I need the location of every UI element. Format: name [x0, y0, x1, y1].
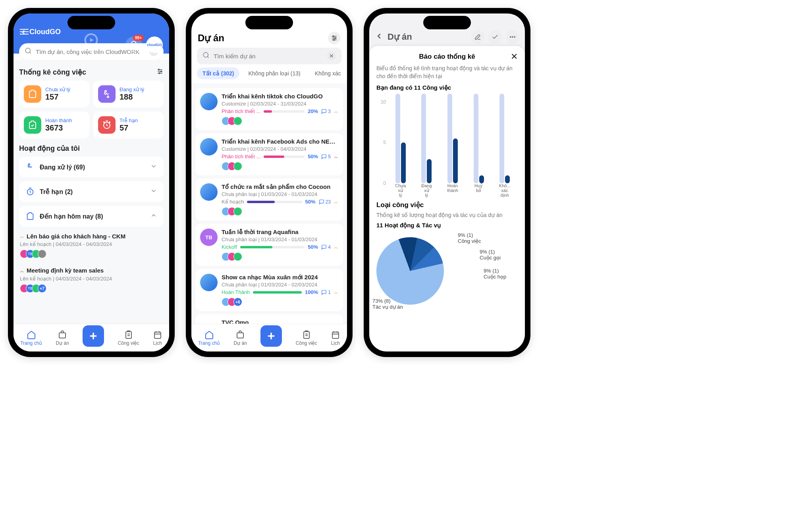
project-card[interactable]: Triển khai kênh tiktok cho CloudGOCustom…	[195, 88, 343, 130]
tab-label: Trang chủ	[20, 340, 42, 346]
stat-card[interactable]: Chưa xử lý157	[19, 81, 89, 108]
assignees	[222, 207, 338, 216]
activity-icon	[25, 211, 35, 221]
screen-home: CloudGO CLOUDWORK 99+ cloudGO	[8, 8, 175, 357]
project-card[interactable]: Tổ chức ra mắt sản phẩm cho CocoonChưa p…	[195, 179, 343, 221]
comment-count: 4	[321, 244, 331, 250]
check-icon[interactable]	[488, 30, 502, 44]
more-icon[interactable]	[506, 30, 519, 44]
comment-count: 5	[321, 154, 331, 159]
task-title: Lên báo giá cho khách hàng - CKM	[27, 233, 125, 240]
comment-count: 3	[321, 109, 331, 114]
task-row[interactable]: ︽Lên báo giá cho khách hàng - CKMLên kế …	[19, 230, 164, 261]
project-title: Triển khai kênh tiktok cho CloudGO	[222, 93, 338, 100]
notification-button[interactable]: 99+	[125, 36, 142, 53]
search-field[interactable]	[214, 53, 323, 60]
tab-home[interactable]: Trang chủ	[20, 330, 42, 346]
project-meta: Customize | 02/03/2024 - 04/03/2024	[222, 146, 338, 152]
filter-button[interactable]	[328, 32, 341, 44]
tab-cal[interactable]: Lịch	[153, 330, 162, 346]
stat-card[interactable]: Đang xử lý188	[93, 81, 164, 108]
stats-title: Thống kê công việc	[19, 68, 86, 77]
report-sheet: Báo cáo thống kê ✕ Biểu đồ thống kê tình…	[369, 46, 525, 351]
notif-badge: 99+	[133, 35, 144, 41]
progress-bar	[264, 110, 305, 113]
page-title: Dự án	[388, 32, 467, 42]
tab-bag[interactable]: Dự án	[234, 330, 247, 346]
bar-chart: 0510 ChưaxửlýĐangxửlýHoànthànhHuỷbỏKhô..…	[376, 94, 518, 197]
tab-bag[interactable]: Dự án	[56, 330, 69, 346]
activity-icon	[25, 187, 35, 196]
tab-label: Dự án	[234, 340, 247, 346]
assignees: +6	[222, 298, 338, 306]
chevron-icon	[150, 163, 157, 171]
tab-clip[interactable]: Công việc	[118, 330, 139, 346]
activity-item[interactable]: Đang xử lý (69)	[19, 157, 164, 177]
bar-label: Chưaxửlý	[390, 183, 411, 197]
add-button[interactable]	[83, 325, 104, 347]
add-button[interactable]	[260, 325, 282, 347]
svg-rect-39	[332, 332, 339, 338]
edit-icon[interactable]	[471, 30, 484, 44]
close-icon[interactable]: ✕	[511, 52, 518, 62]
comment-count: 23	[319, 199, 331, 205]
project-percent: 50%	[308, 244, 318, 250]
task-meta: Lên kế hoạch | 04/03/2024 - 04/03/2024	[20, 241, 163, 247]
project-title: Triển khai kênh Facebook Ads cho NEWAM	[222, 138, 338, 145]
stat-icon	[98, 85, 116, 103]
svg-point-43	[510, 36, 511, 37]
svg-rect-36	[304, 332, 309, 338]
tab-home[interactable]: Trang chủ	[198, 330, 220, 346]
activity-label: Trễ hạn (2)	[40, 188, 145, 196]
project-stage: Phân tích thiết ...	[222, 154, 260, 159]
pie-label: 73% (8)Tác vụ dự án	[372, 298, 403, 310]
clear-icon[interactable]: ✕	[327, 52, 336, 60]
project-card[interactable]: TBTuần lễ thời trang AquafinaChưa phân l…	[195, 224, 343, 266]
project-thumb	[200, 183, 218, 201]
stat-label: Hoàn thành	[45, 117, 72, 123]
svg-line-32	[208, 57, 209, 58]
svg-rect-33	[237, 333, 243, 338]
stat-card[interactable]: Hoàn thành3673	[19, 111, 89, 138]
project-thumb	[200, 93, 218, 110]
project-title: Tổ chức ra mắt sản phẩm cho Cocoon	[222, 183, 338, 190]
svg-point-31	[203, 52, 208, 57]
pie-label: 9% (1)Cuộc gọi	[480, 249, 501, 261]
project-stage: Kế hoạch	[222, 199, 244, 205]
task-title: Meeting định kỳ team sales	[27, 267, 104, 274]
project-card[interactable]: Show ca nhạc Mùa xuân mới 2024Chưa phân …	[195, 269, 343, 311]
stat-value: 57	[120, 123, 138, 133]
bar-label: Huỷbỏ	[468, 183, 490, 197]
tab-cal[interactable]: Lịch	[331, 330, 340, 346]
task-row[interactable]: ︽Meeting định kỳ team salesLên kế hoạch …	[19, 265, 164, 295]
profile-avatar[interactable]: cloudGO	[146, 36, 163, 53]
filter-chip[interactable]: Không xác	[309, 67, 347, 79]
tab-clip[interactable]: Công việc	[296, 330, 317, 346]
assignees	[222, 252, 338, 261]
filter-icon[interactable]	[156, 68, 164, 77]
filter-chip[interactable]: Không phân loại (13)	[243, 67, 306, 79]
project-title: Tuần lễ thời trang Aquafina	[222, 229, 338, 236]
pie-chart: 9% (1)Công việc9% (1)Cuộc gọi9% (1)Cuộc …	[376, 231, 518, 311]
back-icon[interactable]	[375, 32, 384, 42]
chevron-icon	[150, 212, 157, 221]
filter-chip[interactable]: Tất cả (302)	[197, 67, 239, 79]
activity-item[interactable]: Đến hạn hôm nay (8)	[19, 206, 164, 227]
project-title: Show ca nhạc Mùa xuân mới 2024	[222, 274, 338, 281]
menu-button[interactable]	[20, 27, 29, 36]
back-label: CloudGO	[29, 28, 61, 36]
svg-point-12	[109, 122, 110, 123]
tab-label: Lịch	[153, 340, 162, 346]
project-card[interactable]: Triển khai kênh Facebook Ads cho NEWAMCu…	[195, 133, 343, 175]
sheet-desc: Biểu đồ thống kê tình trạng hoạt động và…	[376, 65, 518, 80]
bar-label: Đangxửlý	[416, 183, 437, 197]
screen-report: Dự án Báo cáo thống kê ✕ Biểu đồ thống k…	[364, 8, 530, 357]
bar-label: Hoànthành	[442, 183, 463, 197]
svg-point-0	[25, 48, 30, 53]
svg-point-44	[512, 36, 513, 37]
stat-card[interactable]: Trễ hạn57	[93, 111, 164, 138]
project-stage: Kickoff	[222, 244, 237, 250]
activity-item[interactable]: Trễ hạn (2)	[19, 181, 164, 202]
tab-label: Dự án	[56, 340, 69, 346]
search-input[interactable]: ✕	[197, 48, 341, 64]
